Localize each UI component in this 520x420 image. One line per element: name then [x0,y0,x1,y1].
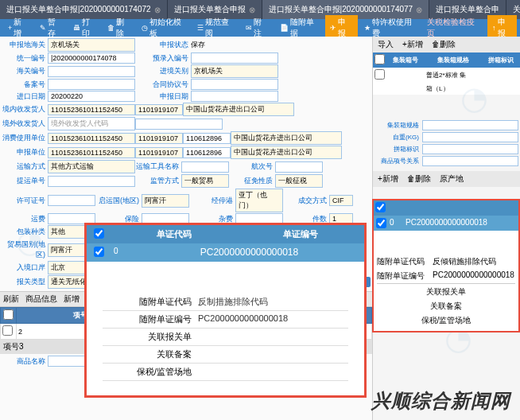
pre-entry-field[interactable] [191,52,278,64]
row-checkbox[interactable] [2,325,13,336]
agent-name[interactable]: 中国山货花卉进出口公司 [231,146,342,159]
close-icon[interactable]: ⊗ [249,6,255,14]
declare-date-label: 申报日期 [135,91,191,102]
domestic-code[interactable]: 110152361011152450 [48,104,135,115]
supervise-field[interactable] [48,176,135,187]
consumer-social[interactable]: 110612896 [183,133,231,144]
close-icon[interactable]: ⊗ [416,6,422,14]
goods-name-label: 商品名称 [2,356,48,367]
container-grid: 集装箱号 集装箱规格 拼箱标识 普通2*标准 集 箱（L） [373,52,520,95]
exempt-label: 监管方式 [135,176,181,186]
select-all-checkbox[interactable] [374,54,385,64]
domestic-label: 境内收发货人 [2,104,48,115]
transport-label: 运输方式 [2,161,48,172]
unified-no-label: 统一编号 [2,53,48,64]
right-add2[interactable]: +新增 [374,173,402,185]
table-row[interactable]: 普通2*标准 集 [373,68,520,83]
transport-field[interactable]: 其他方式运输 [48,160,135,173]
customs-no-label: 海关编号 [2,66,48,76]
import-date-field[interactable]: 20200220 [48,91,135,102]
agent-social[interactable]: 110612896 [183,147,231,158]
declare-status-label: 申报状态 [135,40,191,50]
unified-no-field[interactable]: |2020000000174078 [48,52,135,64]
foreign-name[interactable] [135,119,223,130]
entry-port-label: 入境口岸 [2,262,48,273]
exempt-field[interactable]: 一般贸易 [181,174,229,188]
callout-row[interactable]: 0 PC2000000000000018 [87,243,364,262]
agent-code[interactable]: 110152361011152450 [48,147,135,158]
trade-field[interactable]: CIF [329,195,353,206]
right-del-button[interactable]: 🗑删除 [429,38,459,51]
consumer-name[interactable]: 中国山货花卉进出口公司 [231,131,342,145]
refresh-button[interactable]: 刷新 [3,294,19,305]
declare-status-value: 保存 [191,40,205,50]
row-checkbox[interactable] [94,247,104,257]
table-row[interactable]: 箱（L） [373,83,520,95]
import-date-label: 进口日期 [2,91,48,102]
row-checkbox[interactable] [376,218,386,228]
checkbox[interactable] [375,202,386,212]
voyage-label: 航次号 [229,161,275,172]
levy-label: 征免性质 [229,176,275,186]
origin-button[interactable]: 原产地 [437,173,467,185]
stop-field[interactable]: 亚丁（也门） [235,189,283,212]
customs-no-field[interactable] [48,66,135,77]
callout-main: 单证代码 单证编号 0 PC2000000000000018 随附单证代码反制措… [84,223,367,398]
watermark: 兴顺综合新闻网 [371,388,510,414]
toolbar: +新增 ✎暂存 🖶打印 🗑删除 ◷初始化模板 ☰规范查阅 ✉附注 📄随附单据 ✈… [0,19,520,37]
col-code: 单证代码 [111,225,238,243]
import-type-field[interactable]: 京机场关 [191,64,278,78]
item-num: 项号3 [3,341,24,352]
levy-field[interactable]: 一般征税 [275,174,323,188]
domestic-reg[interactable]: 1101919107 [135,104,183,115]
declare-date-field[interactable] [191,91,278,102]
add-button[interactable]: 新增 [64,294,80,305]
contract-field[interactable] [191,79,278,90]
right-add-button[interactable]: +新增 [399,38,426,51]
close-icon[interactable]: ⊗ [154,6,161,14]
domestic-name[interactable]: 中国山货花卉进出口公司 [183,103,294,116]
goods-button[interactable]: 商品信息 [25,294,57,305]
trade-country-label: 贸易国别(地区) [2,239,48,260]
import-type-label: 进境关别 [135,66,191,76]
agent-reg[interactable]: 1101919107 [135,147,183,158]
permit-label: 许可证号 [2,196,48,206]
import-button[interactable]: 导入 [374,38,397,51]
trade-label: 成交方式 [283,196,329,206]
agent-label: 申报单位 [2,147,48,158]
freight-label: 运费 [2,214,48,224]
tool-field[interactable] [181,161,229,173]
contract-label: 合同协议号 [135,80,191,90]
declare-port-label: 申报地海关 [2,40,48,50]
select-all-checkbox[interactable] [3,309,14,320]
right-del2[interactable]: 🗑删除 [404,173,434,185]
stop-label: 经停港 [189,196,235,206]
paperless-label: 报关类型 [2,277,48,287]
checkbox[interactable] [94,228,104,239]
col-no: 单证编号 [238,225,365,243]
consumer-label: 消费使用单位 [2,133,48,143]
depart-label: 启运国(地区) [95,196,142,206]
voyage-field[interactable] [275,161,323,173]
tool-label: 运输工具名称 [135,161,181,172]
foreign-label: 境外收发货人 [2,119,48,129]
pack-label: 包装种类 [2,227,48,237]
depart-field[interactable]: 阿富汗 [142,194,189,208]
record-no-label: 备案号 [2,80,48,90]
consumer-reg[interactable]: 1101919107 [135,133,183,144]
pre-entry-label: 预录入编号 [135,53,191,64]
declare-port-field[interactable]: 京机场关 [48,38,135,52]
supervise-label: 提运单号 [2,176,48,186]
consumer-code[interactable]: 110152361011152450 [48,133,135,144]
row-checkbox[interactable] [374,69,385,80]
foreign-code[interactable]: 境外收发货人代码 [48,117,135,130]
record-no-field[interactable] [48,79,135,90]
callout-right: 0 PC2000000000000018 随附单证代码反倾销施排除代码 随附单证… [372,199,520,332]
permit-field[interactable] [48,195,95,206]
